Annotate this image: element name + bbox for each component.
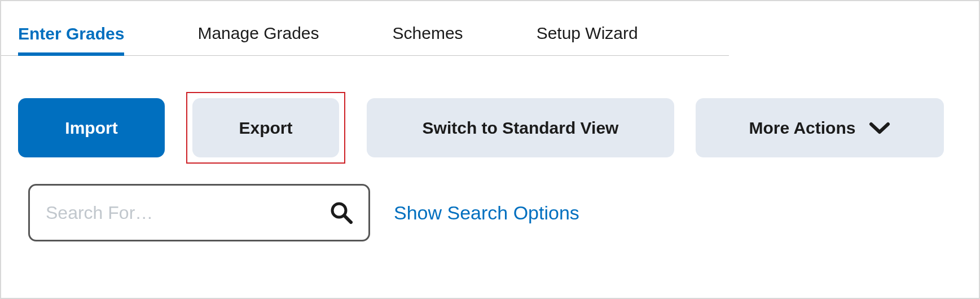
- more-actions-label: More Actions: [749, 118, 856, 138]
- tab-manage-grades[interactable]: Manage Grades: [197, 16, 319, 55]
- tab-enter-grades[interactable]: Enter Grades: [18, 16, 124, 56]
- more-actions-button[interactable]: More Actions: [696, 98, 944, 157]
- search-input-container: [28, 184, 370, 241]
- switch-view-button[interactable]: Switch to Standard View: [367, 98, 674, 157]
- search-input[interactable]: [46, 203, 330, 223]
- chevron-down-icon: [869, 121, 890, 135]
- toolbar: Import Export Switch to Standard View Mo…: [1, 56, 979, 164]
- search-row: Show Search Options: [1, 164, 979, 241]
- import-button[interactable]: Import: [18, 98, 165, 157]
- svg-line-1: [344, 216, 351, 222]
- export-highlight: Export: [186, 92, 345, 164]
- search-icon[interactable]: [330, 201, 353, 224]
- export-button[interactable]: Export: [192, 98, 339, 157]
- tab-setup-wizard[interactable]: Setup Wizard: [537, 16, 638, 55]
- tab-schemes[interactable]: Schemes: [393, 16, 463, 55]
- show-search-options-link[interactable]: Show Search Options: [394, 202, 579, 224]
- tabs-container: Enter Grades Manage Grades Schemes Setup…: [1, 1, 729, 56]
